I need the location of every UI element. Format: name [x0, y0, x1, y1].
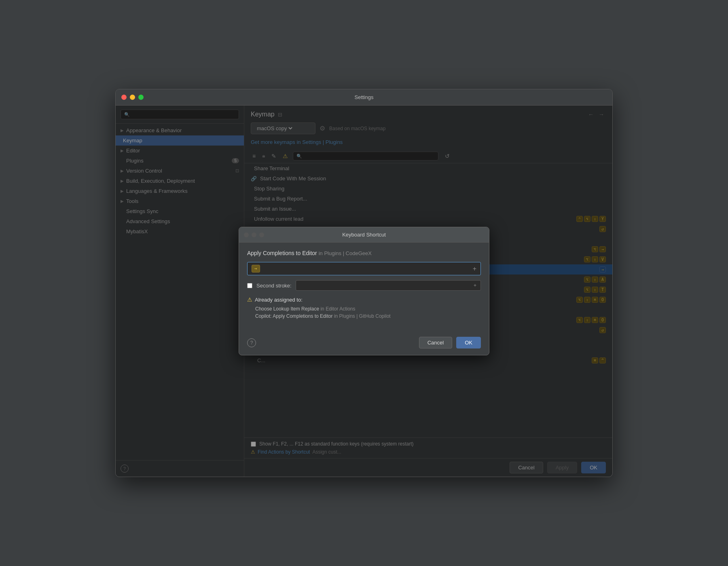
dialog-maximize-button[interactable]: [259, 232, 264, 237]
dialog-action-title: Apply Completions to Editor in Plugins |…: [247, 250, 481, 256]
dialog-minimize-button[interactable]: [252, 232, 256, 237]
keyboard-shortcut-dialog: Keyboard Shortcut Apply Completions to E…: [239, 227, 489, 355]
traffic-lights: [121, 95, 144, 100]
second-stroke-row: Second stroke: +: [247, 280, 481, 291]
dialog-cancel-button[interactable]: Cancel: [419, 337, 452, 348]
maximize-button[interactable]: [138, 95, 144, 100]
dialog-action-context: in Plugins | CodeGeeX: [319, 250, 372, 256]
shortcut-key-display: →: [252, 265, 260, 272]
conflict-item-1: Choose Lookup Item Replace in Editor Act…: [247, 305, 481, 313]
title-bar: Settings: [116, 89, 612, 106]
conflict-context: in Editor Actions: [320, 306, 355, 312]
warning-section: ⚠ Already assigned to: Choose Lookup Ite…: [247, 296, 481, 320]
warning-title-text: Already assigned to:: [255, 297, 303, 303]
second-stroke-input[interactable]: +: [296, 280, 481, 291]
dialog-help-button[interactable]: ?: [247, 338, 256, 347]
conflict-action: Choose Lookup Item Replace: [255, 306, 319, 312]
warning-triangle-icon: ⚠: [247, 296, 252, 303]
dialog-buttons: Cancel OK: [419, 337, 481, 348]
dialog-ok-button[interactable]: OK: [456, 337, 481, 348]
minimize-button[interactable]: [130, 95, 135, 100]
second-stroke-label: Second stroke:: [256, 283, 292, 289]
warning-title: ⚠ Already assigned to:: [247, 296, 481, 303]
second-stroke-checkbox[interactable]: [247, 283, 252, 288]
dialog-action-name: Apply Completions to Editor: [247, 250, 317, 256]
add-shortcut-icon[interactable]: +: [473, 265, 476, 272]
add-second-stroke-icon[interactable]: +: [474, 283, 476, 288]
dialog-title-text: Keyboard Shortcut: [342, 232, 386, 238]
close-button[interactable]: [121, 95, 127, 100]
conflict-context: in Plugins | GitHub Copilot: [334, 313, 391, 319]
dialog-title-bar: Keyboard Shortcut: [239, 227, 489, 243]
dialog-close-button[interactable]: [244, 232, 249, 237]
dialog-footer: ? Cancel OK: [239, 333, 489, 355]
dialog-traffic-lights: [244, 232, 264, 237]
conflict-item-2: Copilot: Apply Completions to Editor in …: [247, 313, 481, 320]
conflict-action: Copilot: Apply Completions to Editor: [255, 313, 332, 319]
window-title: Settings: [355, 94, 374, 100]
shortcut-input-row[interactable]: → +: [247, 262, 481, 275]
dialog-body: Apply Completions to Editor in Plugins |…: [239, 243, 489, 333]
dialog-overlay: Keyboard Shortcut Apply Completions to E…: [116, 106, 612, 477]
